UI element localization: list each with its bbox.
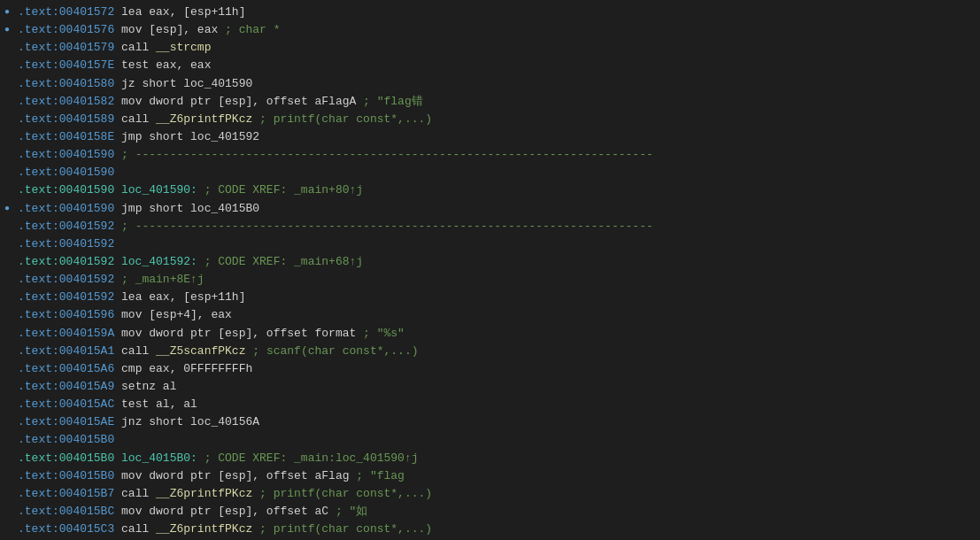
code-container: ●.text:00401572 lea eax, [esp+11h]●.text… <box>0 0 980 540</box>
line-content: .text:00401579 call __strcmp <box>14 39 980 57</box>
space-text <box>114 487 121 500</box>
code-line: .text:00401590 loc_401590: ; CODE XREF: … <box>0 181 980 199</box>
op-text: dword ptr [esp], offset aC <box>149 505 328 518</box>
line-content: .text:00401582 mov dword ptr [esp], offs… <box>14 93 980 111</box>
line-content: .text:00401572 lea eax, [esp+11h] <box>14 4 980 21</box>
line-content: .text:00401592 loc_401592: ; CODE XREF: … <box>14 253 980 271</box>
addr-text: .text:00401592 <box>18 237 114 251</box>
addr-text: .text:00401582 <box>18 95 114 108</box>
instr-text: setnz <box>121 380 163 393</box>
addr-text: .text:00401590 <box>18 166 114 179</box>
op-text: [esp], eax <box>149 23 218 36</box>
addr-text: .text:004015A9 <box>18 380 114 393</box>
space-text <box>114 95 121 108</box>
instr-text: jnz <box>121 415 149 428</box>
breakpoint-dot[interactable]: ● <box>0 23 14 37</box>
space-text <box>114 290 121 304</box>
line-content: .text:00401592 lea eax, [esp+11h] <box>14 289 980 306</box>
fn-call-text: __Z5scanfPKcz <box>156 344 245 358</box>
code-line: .text:004015B7 call __Z6printfPKcz ; pri… <box>0 485 980 503</box>
addr-text: .text:00401576 <box>18 23 114 36</box>
addr-text: .text:00401590 <box>18 202 114 215</box>
line-content: .text:004015BC mov dword ptr [esp], offs… <box>14 503 980 521</box>
line-content: .text:004015B0 <box>14 431 980 449</box>
space-text <box>114 112 121 126</box>
code-line: .text:004015AC test al, al <box>0 396 980 413</box>
space-text <box>114 148 121 161</box>
line-content: .text:00401592 ; _main+8E↑j <box>14 271 980 289</box>
addr-text: .text:00401580 <box>18 77 114 90</box>
op-text: eax, [esp+11h] <box>149 5 245 19</box>
line-content: .text:00401592 ; -----------------------… <box>14 218 980 235</box>
space-text <box>252 522 259 536</box>
op-text: eax, [esp+11h] <box>149 290 245 304</box>
code-line: .text:00401592 ; _main+8E↑j <box>0 271 980 289</box>
space-text <box>114 77 121 90</box>
line-content: .text:004015AC test al, al <box>14 396 980 413</box>
separator-text: ; --------------------------------------… <box>121 148 653 161</box>
addr-text: .text:00401572 <box>18 5 114 19</box>
space-text <box>114 505 121 518</box>
instr-text: mov <box>121 95 149 108</box>
comment-text: ; _main+8E↑j <box>121 273 204 286</box>
instr-text: lea <box>121 5 149 19</box>
line-content: .text:004015B0 loc_4015B0: ; CODE XREF: … <box>14 450 980 467</box>
space-text <box>252 487 259 500</box>
comment-text: ; printf(char const*,...) <box>259 112 432 126</box>
instr-text: mov <box>121 469 149 482</box>
comment-text: ; char * <box>225 23 280 36</box>
space-text <box>328 505 336 518</box>
code-line: .text:0040159A mov dword ptr [esp], offs… <box>0 325 980 343</box>
space-text <box>114 397 121 411</box>
code-line: .text:004015AE jnz short loc_40156A <box>0 413 980 431</box>
code-line: .text:004015BC mov dword ptr [esp], offs… <box>0 503 980 521</box>
line-content: .text:004015C3 call __Z6printfPKcz ; pri… <box>14 521 980 538</box>
line-content: .text:004015B0 mov dword ptr [esp], offs… <box>14 467 980 485</box>
instr-text: jmp <box>121 130 149 143</box>
line-content: .text:00401580 jz short loc_401590 <box>14 75 980 93</box>
addr-label-text: .text:004015B0 loc_4015B0: <box>18 451 197 465</box>
instr-text: call <box>121 487 156 500</box>
code-line: .text:00401592 <box>0 235 980 253</box>
comment-text: ; CODE XREF: _main:loc_401590↑j <box>204 451 419 465</box>
line-content: .text:004015AE jnz short loc_40156A <box>14 413 980 431</box>
addr-text: .text:00401579 <box>18 41 114 54</box>
breakpoint-dot[interactable]: ● <box>0 5 14 19</box>
comment-text: ; scanf(char const*,...) <box>252 344 418 358</box>
code-line: ●.text:00401590 jmp short loc_4015B0 <box>0 200 980 218</box>
line-content: .text:0040158E jmp short loc_401592 <box>14 128 980 146</box>
breakpoint-dot[interactable]: ● <box>0 202 14 216</box>
code-line: .text:00401592 loc_401592: ; CODE XREF: … <box>0 253 980 271</box>
op-text: [esp+4], eax <box>149 308 232 321</box>
space-text <box>356 95 363 108</box>
space-text <box>114 130 121 143</box>
instr-text: mov <box>121 327 149 340</box>
code-line: .text:004015A6 cmp eax, 0FFFFFFFFh <box>0 360 980 378</box>
addr-text: .text:004015A1 <box>18 344 114 358</box>
op-text: short loc_401590 <box>142 77 252 90</box>
line-content: .text:00401589 call __Z6printfPKcz ; pri… <box>14 111 980 128</box>
addr-text: .text:004015AC <box>18 397 114 411</box>
comment-text: ; "如 <box>336 505 367 518</box>
line-content: .text:00401592 <box>14 235 980 253</box>
instr-text: mov <box>121 308 149 321</box>
space-text <box>114 220 121 233</box>
space-text <box>114 5 121 19</box>
space-text <box>114 23 121 36</box>
instr-text: call <box>121 41 156 54</box>
addr-text: .text:00401592 <box>18 290 114 304</box>
space-text <box>114 202 121 215</box>
code-line: ●.text:00401572 lea eax, [esp+11h] <box>0 4 980 21</box>
instr-text: jz <box>121 77 142 90</box>
line-content: .text:00401576 mov [esp], eax ; char * <box>14 21 980 39</box>
space-text <box>114 41 121 54</box>
instr-text: call <box>121 112 156 126</box>
code-line: .text:00401589 call __Z6printfPKcz ; pri… <box>0 111 980 128</box>
code-line: .text:004015B0 mov dword ptr [esp], offs… <box>0 467 980 485</box>
line-content: .text:004015A9 setnz al <box>14 378 980 396</box>
addr-text: .text:00401592 <box>18 220 114 233</box>
space-text <box>114 308 121 321</box>
code-line: .text:00401596 mov [esp+4], eax <box>0 306 980 324</box>
space-text <box>114 415 121 428</box>
op-text: short loc_4015B0 <box>149 202 259 215</box>
